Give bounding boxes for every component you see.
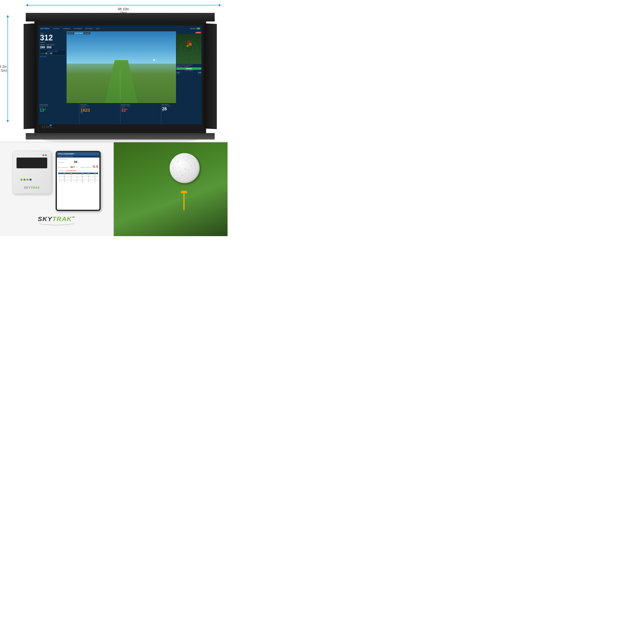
logo-sky: SKY <box>38 215 52 222</box>
table-cell: 88 <box>85 176 92 177</box>
shot-analysis-panel: RESET <box>176 31 202 103</box>
depth-metric: (1.5m) <box>39 125 55 129</box>
skytrak-device: SKYTRAK <box>13 151 51 194</box>
logo-curve <box>37 223 76 227</box>
height-label: 8ft 2in (2.5m) <box>0 65 15 73</box>
descent-angle-title: DESCENT ANGLE <box>121 104 160 105</box>
table-cell: +7 <box>74 174 79 176</box>
ui-main: YARDS 312 YARDS CARRY 289 AVG TOTAL 300 <box>39 31 202 103</box>
device-logo: SKYTRAK <box>24 186 40 189</box>
simulator-screen: SKYTRAK HISTORY NUMERIC OPTIMIZER SETTIN… <box>39 26 202 125</box>
settings-link[interactable]: SETTINGS <box>40 56 65 57</box>
table-cell: 259 <box>61 174 68 176</box>
table-cell: 4.8 <box>68 181 74 182</box>
table-cell: 4.4 <box>68 174 74 176</box>
max-height-cell: MAX HEIGHT OPTIMAL RANGE 28 YD <box>161 103 202 125</box>
tablet-date: MONDAY, OCTOBER 28, 2019 <box>57 155 99 158</box>
table-cell: 81 <box>85 181 92 182</box>
ui-header: SKYTRAK HISTORY NUMERIC OPTIMIZER SETTIN… <box>39 26 202 31</box>
bottom-left-section: SKYTRAK SKILLS ASSESSMENT MONDAY, OCTOBE… <box>0 142 114 236</box>
wind-display: WIND 0 MPH <box>75 33 83 34</box>
device-sensor-strip <box>17 158 47 168</box>
launch-angle-cell: LAUNCH ANGLE OPTIMAL RANGE12°-16° 13° <box>39 103 79 125</box>
nav-settings[interactable]: SETTINGS <box>85 28 93 29</box>
delete-btn[interactable]: DELETE <box>84 32 90 34</box>
max-height-title: MAX HEIGHT <box>162 104 201 105</box>
logo-tm: ™ <box>72 216 75 219</box>
table-cell: 4.5 <box>92 174 98 176</box>
table-cell: 285 <box>79 177 85 179</box>
device-status-lights <box>20 179 32 181</box>
club-info: FACE TO TARGET CLUB PATH SLOPE 3.2° SLOP… <box>176 64 201 67</box>
tablet-screen: SKILLS ASSESSMENT MONDAY, OCTOBER 28, 20… <box>57 152 99 210</box>
driver-hand: RIGHT HANDED <box>176 70 201 71</box>
arrow-left-head <box>26 4 28 6</box>
left-stats-panel: YARDS 312 YARDS CARRY 289 AVG TOTAL 300 <box>39 31 67 103</box>
sub-stats: CARRY 289 AVG TOTAL 300 <box>40 44 65 49</box>
course-view: REPLAY WIND 0 MPH DELETE <box>67 31 176 103</box>
golf-ball <box>170 153 200 183</box>
sky-area <box>67 31 176 64</box>
logo-trak: TRAK <box>52 215 72 222</box>
table-cell: 1 <box>58 174 61 176</box>
fairway <box>105 60 138 103</box>
bottom-right-section <box>114 142 228 236</box>
tablet-app: SKILLS ASSESSMENT MONDAY, OCTOBER 28, 20… <box>57 152 99 210</box>
course-background: REPLAY WIND 0 MPH DELETE <box>67 31 176 103</box>
device-status: DEVICE <box>190 28 200 29</box>
battery-icon <box>197 28 200 29</box>
enclosure-right-panel <box>204 23 217 129</box>
nav-optimizer[interactable]: OPTIMIZER <box>74 28 82 29</box>
grass-background <box>114 142 228 236</box>
table-cell: 285 <box>79 176 85 177</box>
total-spin-cell: TOTAL SPIN OPTIMAL RANGE2160-2640 1923 R… <box>79 103 120 125</box>
indicator-green <box>45 154 47 156</box>
col-yds: YDS <box>79 173 85 174</box>
table-cell: 285 <box>79 179 85 181</box>
nav-history[interactable]: HISTORY <box>53 28 60 29</box>
light-3 <box>26 179 29 181</box>
nav-exit[interactable]: EXIT <box>96 28 100 29</box>
replay-btn[interactable]: REPLAY <box>67 32 74 34</box>
light-1 <box>20 179 23 181</box>
reset-button[interactable]: RESET <box>195 32 201 33</box>
face-path-stats: 1.47 SMASH 0.83 FACTOR <box>176 71 201 74</box>
table-cell: 261 <box>61 179 68 181</box>
device-label: DEVICE <box>190 28 196 29</box>
table-cell: 5.1 <box>68 179 74 181</box>
carry-stat: CARRY 289 <box>40 44 45 49</box>
table-cell: 3 <box>58 177 61 179</box>
table-cell: 4.2 <box>92 176 98 177</box>
tee-stick <box>183 193 185 210</box>
col-side: SIDE <box>68 173 74 174</box>
nav-numeric[interactable]: NUMERIC <box>63 28 70 29</box>
table-cell: +8 <box>74 176 79 177</box>
table-cell: 3.8 <box>92 177 98 179</box>
col-scr: SCR <box>92 173 98 174</box>
arrow-down-head <box>6 120 9 122</box>
descent-angle-cell: DESCENT ANGLE OPTIMAL RANGE36°-40° 32° <box>120 103 161 125</box>
descent-angle-value: 32° <box>121 108 160 112</box>
logo-text: SKYTRAK™ <box>37 215 76 223</box>
max-height-value: 28 <box>162 107 201 111</box>
col-delta: +/- <box>74 173 79 174</box>
table-cell: 285 <box>79 181 85 182</box>
launch-angle-title: LAUNCH ANGLE <box>39 104 78 105</box>
skytrak-logo: SKYTRAK <box>40 27 50 30</box>
practice-area: PRACTICE AREA SHOT 36 of 36 <box>40 50 65 55</box>
table-cell: 6.2 <box>68 177 74 179</box>
shot-dispersion-row: SHOT DISPERSION 20.7 YD DYNAMIC HANDICAP… <box>58 164 98 169</box>
table-cell: 5 <box>58 181 61 182</box>
results-table: # DIST SIDE +/- YDS ACC SCR <box>58 173 98 183</box>
top-section: 9ft 10in (3m) 8ft 2in (2.5m) SKYTRAK HIS… <box>0 0 228 142</box>
table-cell: 264 <box>61 176 68 177</box>
col-acc: ACC <box>85 173 92 174</box>
indicator-red <box>43 154 44 156</box>
tablet-body: OVERALL RESULTS ACCURACY 88 L SHOT DISPE… <box>57 158 99 184</box>
face-stat: 1.47 SMASH <box>176 71 180 74</box>
path-stat: 0.83 FACTOR <box>198 71 201 74</box>
bottom-stats-row-1: LAUNCH ANGLE OPTIMAL RANGE12°-16° 13° TO… <box>39 103 202 125</box>
skytrak-logo-large: SKYTRAK™ <box>37 215 76 228</box>
height-dimension: 8ft 2in (2.5m) <box>6 15 9 122</box>
total-spin-value: 1923 <box>80 108 119 112</box>
